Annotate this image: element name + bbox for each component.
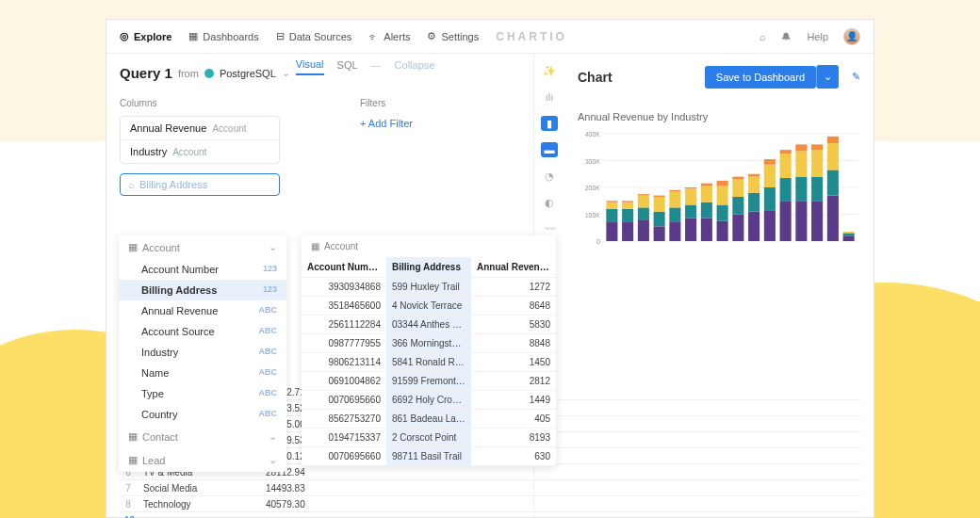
- pie-icon[interactable]: ◐: [542, 195, 557, 210]
- compass-icon: ◎: [120, 30, 129, 42]
- avatar[interactable]: 👤: [843, 28, 860, 45]
- chevron-down-icon[interactable]: ⌄: [282, 67, 290, 79]
- item-type: ABC: [259, 409, 278, 420]
- preview-header[interactable]: Annual Revenue: [471, 257, 556, 278]
- result-row[interactable]: 7Social Media14493.83: [119, 480, 861, 496]
- svg-rect-68: [827, 143, 839, 170]
- search-input[interactable]: [139, 179, 271, 190]
- preview-cell: 2561112284: [302, 316, 386, 334]
- svg-rect-65: [811, 144, 823, 150]
- svg-rect-31: [685, 205, 696, 219]
- preview-cell: 8193: [471, 429, 556, 447]
- preview-cell: 3518465600: [302, 297, 386, 316]
- dropdown-item[interactable]: NameABC: [119, 363, 286, 383]
- search-icon[interactable]: ⌕: [760, 31, 766, 42]
- dropdown-item[interactable]: Account SourceABC: [119, 321, 286, 342]
- preview-row[interactable]: 256111228403344 Anthes Park...5830: [302, 316, 556, 334]
- area-icon[interactable]: 〰: [542, 221, 557, 236]
- stacked-bar-icon[interactable]: ▮: [541, 116, 558, 131]
- svg-rect-55: [780, 178, 792, 201]
- dropdown-item[interactable]: Account Number123: [119, 259, 286, 280]
- bars-icon[interactable]: ılı: [542, 89, 557, 105]
- svg-rect-26: [669, 222, 680, 241]
- filters-label: Filters: [360, 98, 520, 108]
- donut-icon[interactable]: ◔: [542, 169, 557, 184]
- column-search[interactable]: ⌕: [120, 173, 280, 196]
- nav-dashboards[interactable]: ▦ Dashboards: [188, 30, 258, 42]
- tab-sql[interactable]: SQL: [337, 59, 358, 74]
- item-type: ABC: [259, 347, 278, 358]
- preview-cell: 0691004862: [302, 372, 386, 391]
- add-filter-button[interactable]: + Add Filter: [360, 118, 413, 129]
- svg-rect-25: [654, 196, 665, 197]
- column-picker-dropdown: ▦Account⌄Account Number123Billing Addres…: [119, 235, 286, 472]
- column-chip[interactable]: Industry Account: [121, 140, 279, 163]
- dropdown-item[interactable]: IndustryABC: [119, 342, 286, 363]
- nav-alerts[interactable]: ᯤ Alerts: [368, 31, 410, 42]
- dropdown-item[interactable]: Billing Address123: [119, 280, 286, 300]
- nav-label: Data Sources: [289, 31, 352, 42]
- table-preview: ▦Account Account NumberBilling AddressAn…: [302, 235, 556, 466]
- item-type: 123: [263, 264, 277, 275]
- svg-rect-39: [717, 205, 728, 221]
- sparkle-icon[interactable]: ✨: [542, 63, 557, 78]
- preview-cell: 599 Huxley Trail: [386, 278, 471, 297]
- source-name[interactable]: PostgreSQL: [220, 68, 276, 79]
- preview-row[interactable]: 3930934868599 Huxley Trail1272: [302, 278, 556, 297]
- bell-icon[interactable]: 🔔︎: [781, 31, 792, 42]
- preview-cell: 8562753270: [302, 410, 386, 429]
- tab-collapse[interactable]: Collapse: [395, 59, 435, 74]
- nav-explore[interactable]: ◎ Explore: [120, 30, 172, 42]
- preview-row[interactable]: 8562753270861 Badeau Lane405: [302, 410, 556, 429]
- source-dot-icon: [204, 69, 214, 78]
- column-chip[interactable]: Annual Revenue Account: [121, 117, 279, 140]
- save-dropdown-button[interactable]: ⌄: [816, 65, 839, 89]
- preview-header[interactable]: Account Number: [302, 257, 386, 278]
- preview-row[interactable]: 35184656004 Novick Terrace8648: [302, 297, 556, 316]
- topbar: ◎ Explore ▦ Dashboards ⊟ Data Sources ᯤ …: [106, 20, 874, 54]
- preview-row[interactable]: 0987777955366 Morningstar Hill8848: [302, 334, 556, 353]
- dropdown-group[interactable]: ▦Contact⌄: [119, 425, 286, 448]
- preview-header[interactable]: Billing Address: [386, 257, 471, 278]
- svg-text:300K: 300K: [585, 158, 601, 165]
- item-label: Industry: [141, 347, 178, 358]
- svg-text:200K: 200K: [585, 185, 601, 191]
- dropdown-group[interactable]: ▦Lead⌄: [119, 448, 286, 472]
- preview-row[interactable]: 98062131145841 Ronald Regan...1450: [302, 353, 556, 372]
- save-to-dashboard-button[interactable]: Save to Dashboard: [705, 66, 816, 89]
- svg-rect-52: [764, 165, 776, 187]
- result-cell: 8: [119, 496, 138, 512]
- preview-row[interactable]: 069100486291599 Fremont Court2812: [302, 372, 556, 391]
- svg-rect-14: [622, 222, 633, 241]
- chevron-down-icon: ⌄: [269, 454, 277, 466]
- nav-datasources[interactable]: ⊟ Data Sources: [276, 30, 352, 42]
- pencil-icon[interactable]: ✎: [852, 71, 860, 83]
- preview-cell: 1272: [471, 278, 556, 297]
- dropdown-group[interactable]: ▦Account⌄: [119, 235, 286, 259]
- search-icon: ⌕: [128, 179, 135, 190]
- hstacked-bar-icon[interactable]: ▬: [541, 142, 558, 157]
- svg-rect-38: [717, 221, 728, 241]
- preview-row[interactable]: 00706956606692 Holy Cross Co...1449: [302, 391, 556, 410]
- help-link[interactable]: Help: [807, 31, 828, 42]
- dropdown-item[interactable]: Annual RevenueABC: [119, 300, 286, 321]
- columns-label: Columns: [120, 98, 360, 108]
- svg-rect-13: [606, 201, 617, 202]
- grid-icon: ▦: [188, 30, 198, 42]
- svg-rect-50: [764, 210, 776, 241]
- tab-visual[interactable]: Visual: [296, 58, 324, 75]
- svg-rect-40: [717, 186, 728, 205]
- svg-rect-61: [795, 144, 807, 151]
- preview-row[interactable]: 007069566098711 Basil Trail630: [302, 447, 556, 466]
- svg-rect-47: [748, 193, 760, 212]
- svg-rect-60: [795, 152, 807, 177]
- result-row[interactable]: 8Technology40579.30: [119, 496, 861, 512]
- dropdown-item[interactable]: CountryABC: [119, 404, 286, 425]
- preview-row[interactable]: 01947153372 Corscot Point8193: [302, 429, 556, 447]
- nav-label: Dashboards: [203, 31, 258, 42]
- preview-cell: 91599 Fremont Court: [386, 372, 471, 391]
- dropdown-item[interactable]: TypeABC: [119, 383, 286, 404]
- svg-rect-27: [669, 207, 680, 222]
- svg-rect-30: [685, 219, 696, 241]
- nav-settings[interactable]: ⚙ Settings: [427, 30, 479, 42]
